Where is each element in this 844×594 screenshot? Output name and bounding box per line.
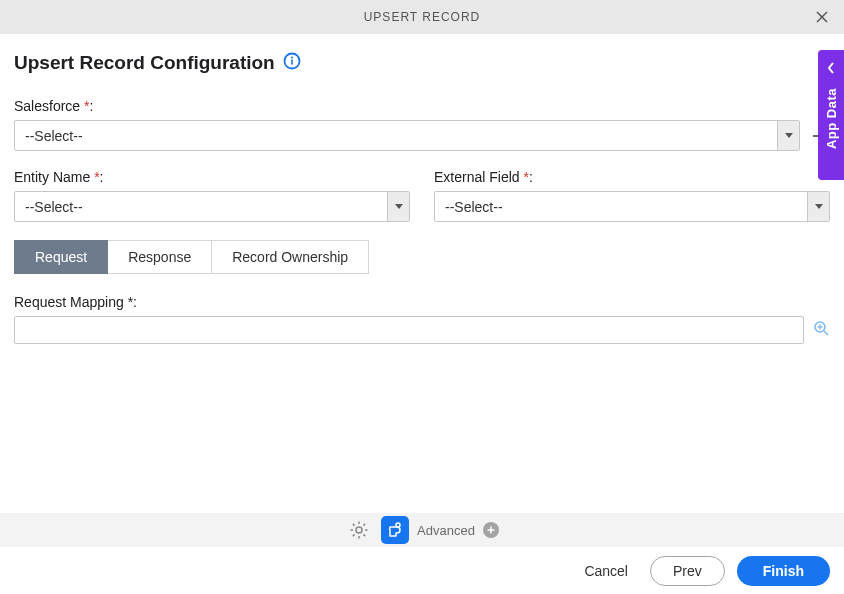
- tab-bar: Request Response Record Ownership: [14, 240, 830, 274]
- content-area: Upsert Record Configuration Salesforce *…: [0, 34, 844, 344]
- tab-record-ownership[interactable]: Record Ownership: [212, 240, 369, 274]
- svg-line-19: [353, 524, 355, 526]
- finish-button[interactable]: Finish: [737, 556, 830, 586]
- gear-icon[interactable]: [345, 516, 373, 544]
- bottom-toolbar: Advanced: [0, 513, 844, 547]
- external-field-select[interactable]: --Select--: [434, 191, 830, 222]
- tab-request[interactable]: Request: [14, 240, 108, 274]
- entity-name-select-value: --Select--: [15, 192, 387, 221]
- svg-marker-9: [815, 204, 823, 209]
- external-field-label: External Field *:: [434, 169, 830, 185]
- request-mapping-label: Request Mapping *:: [14, 294, 830, 310]
- request-mapping-input[interactable]: [14, 316, 804, 344]
- chevron-left-icon: [827, 60, 835, 78]
- info-icon[interactable]: [283, 52, 301, 74]
- svg-marker-5: [785, 133, 793, 138]
- svg-marker-8: [395, 204, 403, 209]
- advanced-label: Advanced: [417, 523, 475, 538]
- svg-point-3: [291, 57, 293, 59]
- footer-bar: Cancel Prev Finish: [0, 547, 844, 594]
- salesforce-select-value: --Select--: [15, 121, 777, 150]
- svg-point-23: [396, 523, 400, 527]
- entity-name-select[interactable]: --Select--: [14, 191, 410, 222]
- chevron-down-icon: [387, 192, 409, 221]
- mapping-lookup-icon[interactable]: [812, 319, 830, 341]
- advanced-add-button[interactable]: [483, 522, 499, 538]
- page-title: Upsert Record Configuration: [14, 52, 275, 74]
- svg-rect-4: [291, 60, 293, 65]
- app-data-side-tab[interactable]: App Data: [818, 50, 844, 180]
- svg-point-14: [356, 527, 362, 533]
- salesforce-label: Salesforce *:: [14, 98, 830, 114]
- close-icon[interactable]: [814, 9, 830, 25]
- modal-header: UPSERT RECORD: [0, 0, 844, 34]
- cancel-button[interactable]: Cancel: [574, 557, 638, 585]
- entity-name-label: Entity Name *:: [14, 169, 410, 185]
- tab-response[interactable]: Response: [108, 240, 212, 274]
- chevron-down-icon: [807, 192, 829, 221]
- plugin-icon[interactable]: [381, 516, 409, 544]
- prev-button[interactable]: Prev: [650, 556, 725, 586]
- app-data-label: App Data: [824, 88, 839, 149]
- svg-line-20: [363, 534, 365, 536]
- chevron-down-icon: [777, 121, 799, 150]
- modal-title: UPSERT RECORD: [364, 10, 481, 24]
- external-field-select-value: --Select--: [435, 192, 807, 221]
- svg-line-21: [353, 534, 355, 536]
- page-title-row: Upsert Record Configuration: [14, 52, 830, 74]
- svg-line-22: [363, 524, 365, 526]
- svg-line-11: [824, 331, 828, 335]
- salesforce-select[interactable]: --Select--: [14, 120, 800, 151]
